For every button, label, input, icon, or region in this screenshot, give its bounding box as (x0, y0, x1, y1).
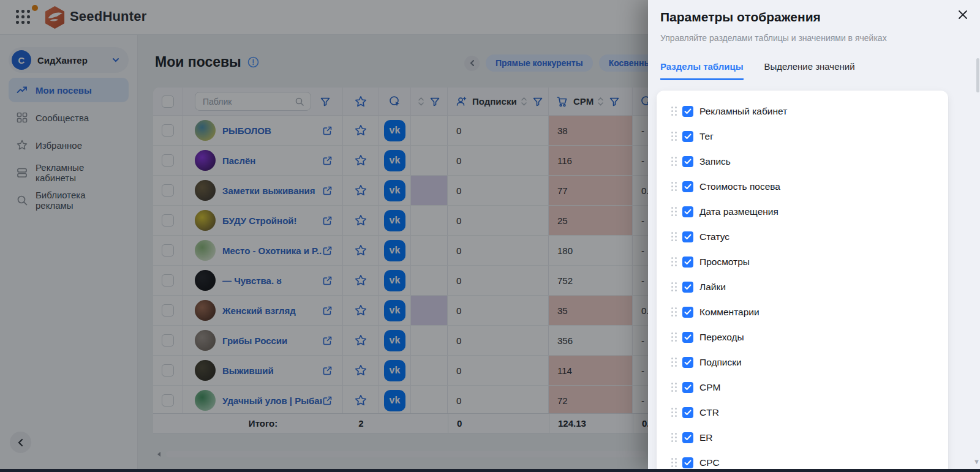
modal-backdrop[interactable] (0, 0, 648, 472)
section-item: CTR (657, 400, 948, 425)
drag-handle-icon[interactable] (671, 332, 677, 342)
section-item: Подписки (657, 350, 948, 375)
section-item: Рекламный кабинет (657, 99, 948, 124)
section-checkbox[interactable] (682, 432, 693, 443)
section-checkbox[interactable] (682, 282, 693, 293)
drag-handle-icon[interactable] (671, 132, 677, 141)
section-checkbox[interactable] (682, 131, 693, 142)
section-item: Запись (657, 149, 948, 174)
section-checkbox[interactable] (682, 206, 693, 217)
section-label: CPM (699, 382, 720, 393)
section-label: Лайки (699, 282, 726, 293)
section-label: Просмотры (699, 257, 750, 268)
section-item: Тег (657, 124, 948, 149)
section-item: CPC (657, 450, 948, 469)
section-item: Дата размещения (657, 199, 948, 224)
drag-handle-icon[interactable] (671, 383, 677, 392)
drag-handle-icon[interactable] (671, 307, 677, 317)
section-label: Комментарии (699, 307, 760, 318)
close-icon[interactable] (954, 6, 971, 23)
section-label: Переходы (699, 332, 744, 343)
tab-table-sections[interactable]: Разделы таблицы (660, 61, 744, 80)
drag-handle-icon[interactable] (671, 257, 677, 266)
section-checkbox[interactable] (682, 181, 693, 192)
section-item: Стоимость посева (657, 174, 948, 199)
section-item: Переходы (657, 324, 948, 350)
section-label: ER (699, 432, 713, 443)
drag-handle-icon[interactable] (671, 282, 677, 291)
section-label: CPC (699, 457, 720, 468)
panel-scrollbar-thumb[interactable] (976, 58, 979, 92)
drag-handle-icon[interactable] (671, 433, 677, 442)
panel-title: Параметры отображения (660, 10, 821, 24)
section-label: Рекламный кабинет (699, 106, 787, 117)
section-checkbox[interactable] (682, 106, 693, 117)
sections-card: Рекламный кабинетТегЗаписьСтоимость посе… (657, 91, 948, 469)
drag-handle-icon[interactable] (671, 182, 677, 191)
section-item: CPM (657, 375, 948, 400)
section-checkbox[interactable] (682, 407, 693, 418)
section-checkbox[interactable] (682, 156, 693, 167)
section-label: CTR (699, 407, 719, 418)
drag-handle-icon[interactable] (671, 358, 677, 367)
section-checkbox[interactable] (682, 382, 693, 393)
tab-value-highlighting[interactable]: Выделение значений (764, 61, 855, 80)
drag-handle-icon[interactable] (671, 207, 677, 216)
section-checkbox[interactable] (682, 357, 693, 368)
app-root: SeedHunter С СидХантер Мои посевыСообщес… (0, 0, 980, 472)
drag-handle-icon[interactable] (671, 408, 677, 417)
drag-handle-icon[interactable] (671, 232, 677, 241)
section-item: ER (657, 425, 948, 450)
bottom-edge-strip (0, 469, 980, 472)
drag-handle-icon[interactable] (671, 458, 677, 467)
section-label: Статус (699, 231, 729, 242)
drag-handle-icon[interactable] (671, 107, 677, 116)
section-item: Статус (657, 224, 948, 249)
section-item: Лайки (657, 274, 948, 299)
display-settings-panel: Параметры отображения Управляйте раздела… (648, 0, 980, 469)
section-label: Стоимость посева (699, 181, 780, 192)
panel-tabs: Разделы таблицы Выделение значений (660, 61, 855, 80)
panel-scroll-down-arrow[interactable]: ▼ (973, 458, 980, 465)
section-checkbox[interactable] (682, 257, 693, 268)
section-item: Просмотры (657, 249, 948, 274)
section-label: Подписки (699, 357, 742, 368)
section-label: Запись (699, 156, 731, 167)
section-item: Комментарии (657, 299, 948, 324)
section-checkbox[interactable] (682, 332, 693, 343)
section-label: Тег (699, 131, 714, 142)
drag-handle-icon[interactable] (671, 157, 677, 166)
section-checkbox[interactable] (682, 457, 693, 468)
section-checkbox[interactable] (682, 307, 693, 318)
section-checkbox[interactable] (682, 231, 693, 242)
panel-subtitle: Управляйте разделами таблицы и значениям… (660, 33, 887, 43)
section-label: Дата размещения (699, 206, 778, 217)
